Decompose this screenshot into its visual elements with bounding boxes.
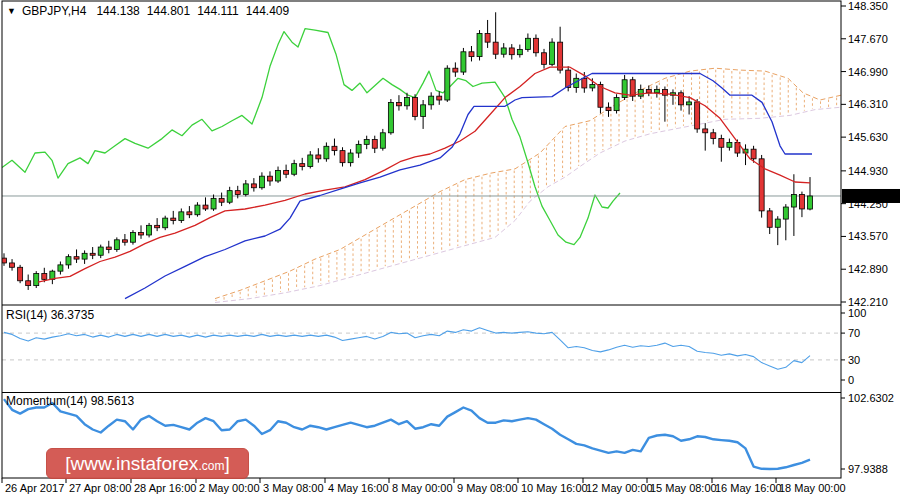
svg-text:27 Apr 08:00: 27 Apr 08:00 bbox=[69, 482, 131, 494]
rsi-indicator-label: RSI(14) 36.3735 bbox=[6, 308, 94, 322]
ohlc-high: 144.801 bbox=[147, 4, 190, 18]
watermark-domain: www.instaforex bbox=[71, 454, 199, 473]
watermark-bracket-right: ] bbox=[224, 454, 229, 473]
momentum-indicator-label: Momentum(14) 98.5613 bbox=[6, 394, 134, 408]
ohlc-close: 144.409 bbox=[246, 4, 289, 18]
mt4-chart-window: 148.350147.670146.990146.310145.630144.9… bbox=[0, 0, 900, 500]
svg-text:146.310: 146.310 bbox=[848, 98, 888, 110]
svg-text:144.930: 144.930 bbox=[848, 165, 888, 177]
svg-text:102.6302: 102.6302 bbox=[848, 392, 894, 404]
svg-text:16 May 16:00: 16 May 16:00 bbox=[715, 482, 782, 494]
symbol-dropdown-icon[interactable]: ▼ bbox=[7, 7, 16, 16]
svg-text:2 May 00:00: 2 May 00:00 bbox=[199, 482, 260, 494]
svg-text:4 May 16:00: 4 May 16:00 bbox=[328, 482, 389, 494]
svg-text:146.990: 146.990 bbox=[848, 66, 888, 78]
svg-text:147.670: 147.670 bbox=[848, 33, 888, 45]
instaforex-watermark: [ www.instaforex .com ] bbox=[46, 448, 249, 479]
svg-text:28 Apr 16:00: 28 Apr 16:00 bbox=[134, 482, 196, 494]
svg-text:143.570: 143.570 bbox=[848, 230, 888, 242]
svg-text:145.630: 145.630 bbox=[848, 131, 888, 143]
chart-canvas[interactable]: 148.350147.670146.990146.310145.630144.9… bbox=[0, 0, 900, 500]
svg-text:18 May 00:00: 18 May 00:00 bbox=[779, 482, 846, 494]
svg-text:144.409: 144.409 bbox=[846, 190, 886, 202]
svg-text:8 May 00:00: 8 May 00:00 bbox=[392, 482, 453, 494]
svg-text:3 May 08:00: 3 May 08:00 bbox=[263, 482, 324, 494]
svg-text:26 Apr 2017: 26 Apr 2017 bbox=[5, 482, 64, 494]
svg-text:142.890: 142.890 bbox=[848, 263, 888, 275]
svg-text:30: 30 bbox=[848, 354, 860, 366]
svg-text:0: 0 bbox=[848, 374, 854, 386]
svg-text:12 May 00:00: 12 May 00:00 bbox=[586, 482, 653, 494]
svg-text:100: 100 bbox=[848, 307, 866, 319]
symbol-timeframe-label: GBPJPY,H4 bbox=[22, 4, 86, 18]
svg-text:70: 70 bbox=[848, 327, 860, 339]
watermark-tld: .com bbox=[198, 455, 224, 472]
svg-text:148.350: 148.350 bbox=[848, 0, 888, 12]
svg-text:97.9388: 97.9388 bbox=[848, 463, 888, 475]
ohlc-open: 144.138 bbox=[96, 4, 139, 18]
chart-title: ▼ GBPJPY,H4 144.138 144.801 144.111 144.… bbox=[7, 4, 296, 18]
svg-text:15 May 08:00: 15 May 08:00 bbox=[650, 482, 717, 494]
ohlc-low: 144.111 bbox=[197, 4, 239, 18]
svg-text:10 May 16:00: 10 May 16:00 bbox=[521, 482, 588, 494]
svg-text:9 May 08:00: 9 May 08:00 bbox=[457, 482, 518, 494]
